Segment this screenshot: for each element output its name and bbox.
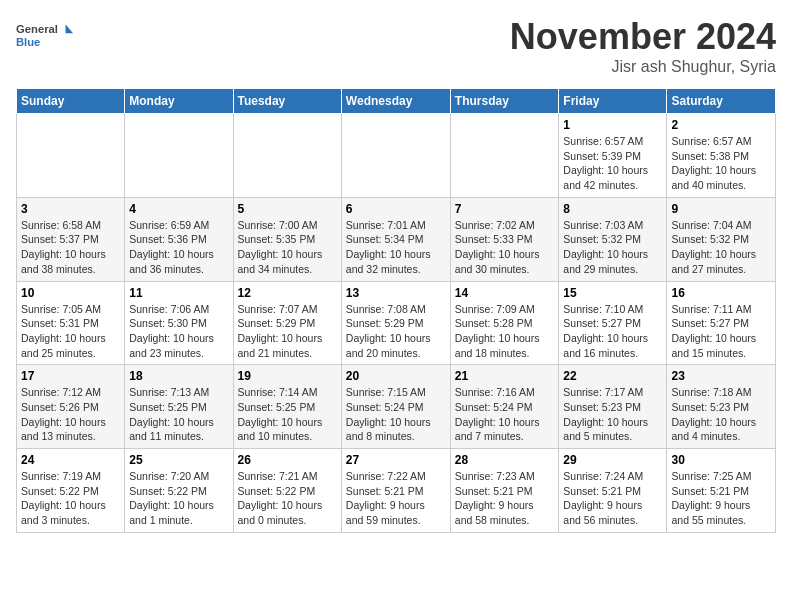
calendar-cell: 10Sunrise: 7:05 AM Sunset: 5:31 PM Dayli… [17,281,125,365]
day-number: 19 [238,369,337,383]
day-info: Sunrise: 6:59 AM Sunset: 5:36 PM Dayligh… [129,218,228,277]
calendar-cell: 14Sunrise: 7:09 AM Sunset: 5:28 PM Dayli… [450,281,559,365]
calendar-cell: 9Sunrise: 7:04 AM Sunset: 5:32 PM Daylig… [667,197,776,281]
day-info: Sunrise: 7:09 AM Sunset: 5:28 PM Dayligh… [455,302,555,361]
calendar-cell: 27Sunrise: 7:22 AM Sunset: 5:21 PM Dayli… [341,449,450,533]
calendar-week-1: 1Sunrise: 6:57 AM Sunset: 5:39 PM Daylig… [17,114,776,198]
day-info: Sunrise: 7:05 AM Sunset: 5:31 PM Dayligh… [21,302,120,361]
day-number: 2 [671,118,771,132]
day-number: 8 [563,202,662,216]
day-info: Sunrise: 7:13 AM Sunset: 5:25 PM Dayligh… [129,385,228,444]
calendar-cell: 26Sunrise: 7:21 AM Sunset: 5:22 PM Dayli… [233,449,341,533]
calendar-cell [450,114,559,198]
location: Jisr ash Shughur, Syria [510,58,776,76]
day-number: 17 [21,369,120,383]
day-info: Sunrise: 7:07 AM Sunset: 5:29 PM Dayligh… [238,302,337,361]
day-info: Sunrise: 7:19 AM Sunset: 5:22 PM Dayligh… [21,469,120,528]
page-header: General Blue November 2024 Jisr ash Shug… [16,16,776,76]
calendar-cell [233,114,341,198]
day-number: 24 [21,453,120,467]
calendar-cell: 30Sunrise: 7:25 AM Sunset: 5:21 PM Dayli… [667,449,776,533]
calendar-week-4: 17Sunrise: 7:12 AM Sunset: 5:26 PM Dayli… [17,365,776,449]
day-number: 28 [455,453,555,467]
weekday-header-sunday: Sunday [17,89,125,114]
day-number: 6 [346,202,446,216]
calendar-week-3: 10Sunrise: 7:05 AM Sunset: 5:31 PM Dayli… [17,281,776,365]
day-info: Sunrise: 7:17 AM Sunset: 5:23 PM Dayligh… [563,385,662,444]
calendar-cell: 25Sunrise: 7:20 AM Sunset: 5:22 PM Dayli… [125,449,233,533]
calendar-cell: 19Sunrise: 7:14 AM Sunset: 5:25 PM Dayli… [233,365,341,449]
day-info: Sunrise: 7:24 AM Sunset: 5:21 PM Dayligh… [563,469,662,528]
day-number: 11 [129,286,228,300]
day-number: 1 [563,118,662,132]
day-info: Sunrise: 7:21 AM Sunset: 5:22 PM Dayligh… [238,469,337,528]
weekday-header-tuesday: Tuesday [233,89,341,114]
day-number: 13 [346,286,446,300]
day-info: Sunrise: 7:25 AM Sunset: 5:21 PM Dayligh… [671,469,771,528]
svg-text:General: General [16,23,58,35]
day-info: Sunrise: 7:04 AM Sunset: 5:32 PM Dayligh… [671,218,771,277]
calendar-cell: 6Sunrise: 7:01 AM Sunset: 5:34 PM Daylig… [341,197,450,281]
calendar-table: SundayMondayTuesdayWednesdayThursdayFrid… [16,88,776,533]
calendar-cell: 29Sunrise: 7:24 AM Sunset: 5:21 PM Dayli… [559,449,667,533]
day-info: Sunrise: 7:14 AM Sunset: 5:25 PM Dayligh… [238,385,337,444]
calendar-cell: 12Sunrise: 7:07 AM Sunset: 5:29 PM Dayli… [233,281,341,365]
title-block: November 2024 Jisr ash Shughur, Syria [510,16,776,76]
day-number: 16 [671,286,771,300]
day-number: 26 [238,453,337,467]
calendar-cell: 22Sunrise: 7:17 AM Sunset: 5:23 PM Dayli… [559,365,667,449]
day-number: 25 [129,453,228,467]
calendar-cell: 23Sunrise: 7:18 AM Sunset: 5:23 PM Dayli… [667,365,776,449]
svg-text:Blue: Blue [16,36,40,48]
calendar-week-2: 3Sunrise: 6:58 AM Sunset: 5:37 PM Daylig… [17,197,776,281]
day-info: Sunrise: 7:23 AM Sunset: 5:21 PM Dayligh… [455,469,555,528]
day-number: 18 [129,369,228,383]
weekday-header-thursday: Thursday [450,89,559,114]
logo-svg: General Blue [16,16,76,58]
calendar-cell: 16Sunrise: 7:11 AM Sunset: 5:27 PM Dayli… [667,281,776,365]
day-info: Sunrise: 7:10 AM Sunset: 5:27 PM Dayligh… [563,302,662,361]
day-info: Sunrise: 6:58 AM Sunset: 5:37 PM Dayligh… [21,218,120,277]
calendar-cell: 17Sunrise: 7:12 AM Sunset: 5:26 PM Dayli… [17,365,125,449]
day-info: Sunrise: 7:02 AM Sunset: 5:33 PM Dayligh… [455,218,555,277]
day-info: Sunrise: 6:57 AM Sunset: 5:39 PM Dayligh… [563,134,662,193]
month-title: November 2024 [510,16,776,58]
calendar-week-5: 24Sunrise: 7:19 AM Sunset: 5:22 PM Dayli… [17,449,776,533]
day-info: Sunrise: 7:12 AM Sunset: 5:26 PM Dayligh… [21,385,120,444]
day-info: Sunrise: 7:22 AM Sunset: 5:21 PM Dayligh… [346,469,446,528]
calendar-cell: 1Sunrise: 6:57 AM Sunset: 5:39 PM Daylig… [559,114,667,198]
calendar-cell: 18Sunrise: 7:13 AM Sunset: 5:25 PM Dayli… [125,365,233,449]
day-number: 7 [455,202,555,216]
day-number: 12 [238,286,337,300]
day-info: Sunrise: 7:18 AM Sunset: 5:23 PM Dayligh… [671,385,771,444]
day-info: Sunrise: 7:16 AM Sunset: 5:24 PM Dayligh… [455,385,555,444]
day-number: 10 [21,286,120,300]
day-number: 29 [563,453,662,467]
calendar-cell: 2Sunrise: 6:57 AM Sunset: 5:38 PM Daylig… [667,114,776,198]
day-number: 5 [238,202,337,216]
calendar-cell: 28Sunrise: 7:23 AM Sunset: 5:21 PM Dayli… [450,449,559,533]
weekday-header-monday: Monday [125,89,233,114]
calendar-cell: 7Sunrise: 7:02 AM Sunset: 5:33 PM Daylig… [450,197,559,281]
calendar-cell [17,114,125,198]
calendar-cell: 15Sunrise: 7:10 AM Sunset: 5:27 PM Dayli… [559,281,667,365]
day-info: Sunrise: 7:00 AM Sunset: 5:35 PM Dayligh… [238,218,337,277]
day-number: 21 [455,369,555,383]
day-info: Sunrise: 7:01 AM Sunset: 5:34 PM Dayligh… [346,218,446,277]
calendar-cell: 4Sunrise: 6:59 AM Sunset: 5:36 PM Daylig… [125,197,233,281]
day-info: Sunrise: 7:03 AM Sunset: 5:32 PM Dayligh… [563,218,662,277]
weekday-header-saturday: Saturday [667,89,776,114]
day-number: 15 [563,286,662,300]
day-info: Sunrise: 7:15 AM Sunset: 5:24 PM Dayligh… [346,385,446,444]
weekday-header-row: SundayMondayTuesdayWednesdayThursdayFrid… [17,89,776,114]
day-info: Sunrise: 7:08 AM Sunset: 5:29 PM Dayligh… [346,302,446,361]
calendar-cell: 5Sunrise: 7:00 AM Sunset: 5:35 PM Daylig… [233,197,341,281]
day-info: Sunrise: 7:06 AM Sunset: 5:30 PM Dayligh… [129,302,228,361]
day-number: 23 [671,369,771,383]
calendar-cell [125,114,233,198]
day-info: Sunrise: 7:20 AM Sunset: 5:22 PM Dayligh… [129,469,228,528]
calendar-cell: 11Sunrise: 7:06 AM Sunset: 5:30 PM Dayli… [125,281,233,365]
calendar-cell: 3Sunrise: 6:58 AM Sunset: 5:37 PM Daylig… [17,197,125,281]
calendar-cell: 21Sunrise: 7:16 AM Sunset: 5:24 PM Dayli… [450,365,559,449]
day-info: Sunrise: 7:11 AM Sunset: 5:27 PM Dayligh… [671,302,771,361]
